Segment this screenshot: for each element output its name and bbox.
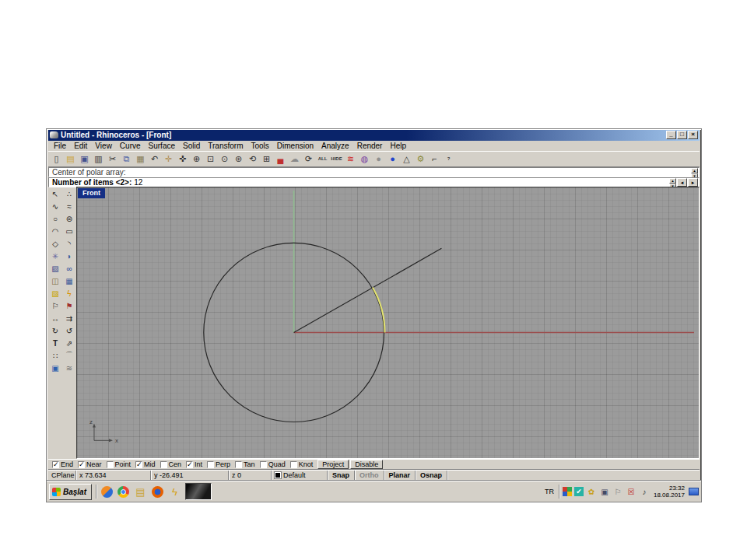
taskbar-rhino-window-button[interactable] [185,483,212,500]
paste-icon[interactable]: ▦ [134,152,147,165]
zoom-dynamic-icon[interactable]: ⊕ [190,152,203,165]
arc-icon[interactable]: ◠ [49,226,61,237]
select-arrow-icon[interactable]: ↖ [49,188,61,200]
rectangle-icon[interactable]: ▭ [63,226,75,237]
layer-pane[interactable]: Default [272,471,328,480]
rhino-launcher-icon[interactable]: ϟ [168,485,181,499]
ellipse-icon[interactable]: ⊜ [63,213,75,225]
folder-icon[interactable]: ▤ [134,485,147,499]
language-indicator[interactable]: TR [542,488,556,495]
restore-button[interactable]: □ [677,131,687,139]
minimize-button[interactable]: _ [666,131,676,139]
sphere-icon[interactable]: ∞ [63,263,75,275]
titlebar[interactable]: Untitled - Rhinoceros - [Front] _ □ × [48,130,700,141]
start-button[interactable]: Başlat [49,484,92,500]
volume-icon[interactable]: ♪ [639,486,650,497]
array-icon[interactable]: ∷ [49,350,61,362]
osnap-cen[interactable]: Cen [159,460,185,468]
patch-icon[interactable]: ◗ [63,250,75,262]
close-button[interactable]: × [688,131,698,139]
explode-icon[interactable]: ϟ [63,288,75,299]
layers-icon[interactable]: ▣ [49,362,61,374]
gold-utility-icon[interactable]: ✿ [586,486,597,497]
shaded-view-icon[interactable]: ● [386,152,399,165]
checkbox-icon[interactable] [290,461,297,468]
menu-file[interactable]: File [50,142,70,150]
front-viewport[interactable]: Front z x [76,187,700,459]
menu-view[interactable]: View [91,142,116,150]
undo-view-icon[interactable]: ⟲ [246,152,259,165]
menu-help[interactable]: Help [386,142,410,150]
checkbox-icon[interactable] [52,461,59,468]
update-check-icon[interactable]: ✔ [574,487,584,496]
copy-icon[interactable]: ⧉ [120,152,133,165]
render-car-icon[interactable]: ▄ [274,152,287,165]
point-icon[interactable]: ∴ [63,188,75,200]
options-gear-icon[interactable]: ⚙ [414,152,427,165]
checkbox-icon[interactable] [207,461,214,468]
surface-icon[interactable]: ✳ [49,250,61,262]
menu-tools[interactable]: Tools [247,142,272,150]
command-input-spinner[interactable]: ▴ ▾ [669,178,676,187]
rhino-render-icon[interactable]: ≋ [344,152,357,165]
osnap-quad[interactable]: Quad [258,460,289,468]
box-icon[interactable]: ▧ [49,263,61,275]
display-settings-icon[interactable]: ▣ [599,486,610,497]
viewport-layout-icon[interactable]: ⊞ [260,152,273,165]
render-preview-icon[interactable]: ● [372,152,385,165]
clock[interactable]: 23:32 18.08.2017 [652,485,686,499]
rotate-view-icon[interactable]: ✜ [176,152,189,165]
menu-transform[interactable]: Transform [204,142,247,150]
zoom-window-icon[interactable]: ⊡ [204,152,217,165]
pane-planar[interactable]: Planar [384,471,416,480]
help-icon[interactable]: ? [442,152,455,165]
polygon-icon[interactable]: ◇ [49,238,61,250]
save-icon[interactable]: ▣ [78,152,91,165]
osnap-point[interactable]: Point [105,460,135,468]
pane-ortho[interactable]: Ortho [355,471,384,480]
zoom-extents-icon[interactable]: ⊛ [232,152,245,165]
osnap-int[interactable]: Int [184,460,205,468]
osnap-perp[interactable]: Perp [205,460,233,468]
osnap-knot[interactable]: Knot [289,460,317,468]
checkbox-icon[interactable] [235,461,242,468]
command-history-spinner[interactable]: ▴ ▾ [691,168,698,177]
menu-analyze[interactable]: Analyze [317,142,353,150]
command-prev-button[interactable]: ◂ [677,178,687,187]
checkbox-icon[interactable] [135,461,142,468]
program-grid-icon[interactable] [563,487,572,496]
pane-snap[interactable]: Snap [328,471,355,480]
hatch-icon[interactable]: ≋ [63,362,75,374]
menu-edit[interactable]: Edit [70,142,91,150]
spin-up-icon[interactable]: ▴ [691,168,698,173]
pan-icon[interactable]: ✛ [162,152,175,165]
command-next-button[interactable]: ▸ [688,178,698,187]
layer-state-icon[interactable]: ▨ [49,288,61,299]
text-icon[interactable]: T [49,338,61,349]
checkbox-icon[interactable] [78,461,85,468]
curve-interp-icon[interactable]: ≈ [63,201,75,212]
rotate-3d-icon[interactable]: ↺ [63,325,75,337]
hide-icon[interactable]: HIDE [330,152,343,165]
curve-icon[interactable]: ∿ [49,201,61,212]
move-icon[interactable]: ↔ [49,313,61,324]
mesh-icon[interactable]: ▦ [63,275,75,287]
flag-status-icon[interactable]: ⚐ [612,486,623,497]
show-desktop-icon[interactable] [689,488,699,495]
print-icon[interactable]: ▥ [92,152,105,165]
circle-icon[interactable]: ○ [49,213,61,225]
project-button[interactable]: Project [317,460,349,469]
rotate-icon[interactable]: ↻ [49,325,61,337]
dimension-arc-icon[interactable]: ⌒ [63,350,75,362]
copy-object-icon[interactable]: ⇉ [63,313,75,324]
undo-icon[interactable]: ↶ [148,152,161,165]
flag-white-icon[interactable]: ⚐ [49,300,61,312]
osnap-mid[interactable]: Mid [134,460,159,468]
select-cycle-icon[interactable]: ⟳ [302,152,315,165]
chrome-icon[interactable] [117,486,129,498]
cplane-pane[interactable]: CPlane [48,471,76,480]
new-file-icon[interactable]: ▯ [50,152,63,165]
menu-render[interactable]: Render [353,142,387,150]
viewport-title[interactable]: Front [78,188,105,198]
network-error-icon[interactable]: ☒ [626,486,637,497]
